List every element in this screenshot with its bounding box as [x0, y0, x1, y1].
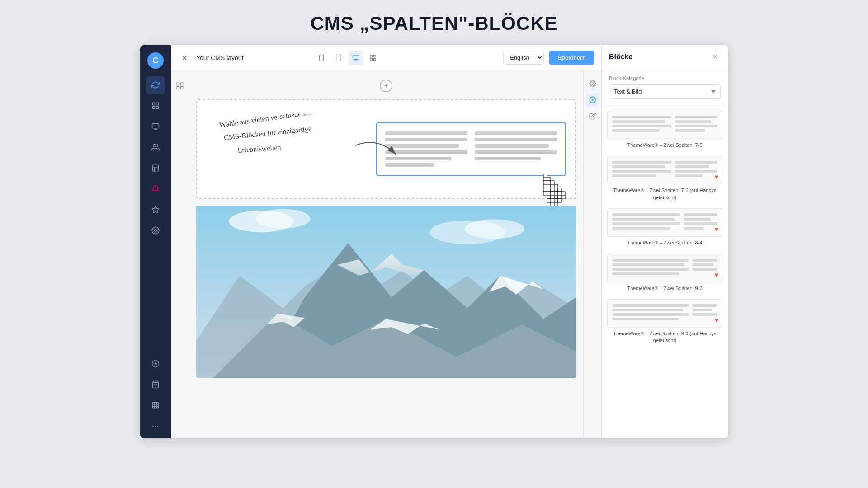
- block-category-section: Block-Kategorie Text & Bild Texte Bilder…: [602, 69, 728, 105]
- device-tablet[interactable]: [331, 51, 346, 65]
- svg-rect-40: [543, 192, 547, 195]
- svg-rect-13: [152, 402, 159, 408]
- add-section-icon[interactable]: [174, 80, 186, 92]
- sidebar-logo[interactable]: C: [147, 52, 164, 69]
- svg-rect-60: [558, 195, 561, 199]
- svg-rect-22: [373, 55, 376, 57]
- device-icons: [314, 51, 380, 65]
- sidebar-item-deploy[interactable]: [146, 201, 165, 219]
- svg-text:Erlebniswelten: Erlebniswelten: [237, 143, 281, 154]
- block-item-9-3-swap[interactable]: ♥ ThemeWare® – Zwei Spalten, 9-3 (auf Ha…: [607, 299, 722, 344]
- svg-rect-47: [551, 181, 554, 184]
- svg-rect-6: [152, 165, 159, 171]
- block-label-9-3: ThemeWare® – Zwei Spalten, 9-3: [607, 285, 722, 292]
- blocks-panel-title: Blöcke: [609, 53, 710, 61]
- sidebar-item-plugins[interactable]: [146, 355, 165, 373]
- blocks-panel-close[interactable]: ×: [710, 52, 721, 62]
- block-item-7-5-swap[interactable]: ♥ ThemeWare® – Zwei Spalten, 7-5 (auf Ha…: [607, 156, 722, 201]
- svg-rect-16: [319, 55, 323, 61]
- page-title: CMS „SPALTEN"-BLÖCKE: [0, 0, 868, 45]
- text-line: [475, 138, 557, 141]
- heart-icon[interactable]: ♥: [715, 271, 718, 278]
- svg-rect-18: [336, 55, 341, 61]
- sidebar-item-users[interactable]: [146, 138, 165, 156]
- sidebar-item-shop[interactable]: [146, 375, 165, 394]
- add-block-top-button[interactable]: [380, 80, 392, 92]
- sidebar-item-blocks[interactable]: [146, 117, 165, 136]
- sidebar-item-settings[interactable]: [146, 221, 165, 239]
- sidebar-more[interactable]: ···: [152, 421, 160, 431]
- language-select[interactable]: English Deutsch: [503, 51, 544, 65]
- blocks-panel-header: Blöcke ×: [602, 45, 728, 69]
- canvas-wrapper: .handwritten { font-family: 'Comic Sans …: [171, 70, 601, 438]
- svg-rect-37: [543, 181, 547, 184]
- block-col-right: [475, 131, 557, 167]
- app-container: C: [140, 45, 728, 438]
- heart-icon[interactable]: ♥: [715, 225, 718, 233]
- svg-rect-58: [558, 188, 561, 192]
- svg-rect-21: [370, 55, 373, 57]
- block-thumbnail-9-3[interactable]: ♥: [607, 254, 722, 282]
- blocks-panel: Blöcke × Block-Kategorie Text & Bild Tex…: [601, 45, 728, 438]
- cursor-pointer: [539, 174, 575, 221]
- sidebar-item-pages[interactable]: [146, 97, 165, 115]
- block-thumbnail-7-5[interactable]: [607, 111, 722, 139]
- sidebar-item-table[interactable]: [146, 396, 165, 414]
- svg-rect-27: [177, 87, 179, 89]
- svg-point-80: [592, 83, 594, 84]
- sidebar-item-sync[interactable]: [146, 76, 165, 94]
- device-grid[interactable]: [366, 51, 380, 65]
- svg-rect-50: [551, 192, 554, 195]
- svg-rect-61: [561, 192, 565, 195]
- svg-rect-62: [561, 195, 565, 199]
- edit-block-icon[interactable]: [586, 109, 599, 123]
- svg-rect-35: [543, 174, 547, 177]
- block-item-8-4[interactable]: ♥ ThemeWare® – Zwei Spalten, 8-4: [607, 208, 722, 246]
- svg-rect-44: [547, 188, 551, 192]
- svg-point-5: [153, 144, 156, 147]
- svg-rect-38: [543, 184, 547, 188]
- svg-rect-51: [551, 195, 554, 199]
- mountain-image-block: [196, 206, 576, 378]
- svg-rect-0: [152, 103, 155, 105]
- text-line: [475, 157, 541, 160]
- block-label-7-5-swap: ThemeWare® – Zwei Spalten, 7-5 (auf Hand…: [607, 187, 722, 201]
- block-category-select[interactable]: Text & Bild Texte Bilder Videos Formular…: [609, 84, 721, 99]
- add-block-icon[interactable]: [586, 93, 599, 107]
- settings-icon[interactable]: [586, 77, 599, 90]
- svg-rect-20: [353, 55, 359, 59]
- sidebar-item-layout[interactable]: [146, 159, 165, 177]
- svg-rect-41: [547, 177, 551, 181]
- svg-rect-55: [554, 192, 558, 195]
- heart-icon[interactable]: ♥: [715, 316, 718, 324]
- svg-marker-7: [152, 206, 159, 213]
- block-thumbnail-9-3-swap[interactable]: ♥: [607, 299, 722, 328]
- block-thumbnail-7-5-swap[interactable]: ♥: [607, 156, 722, 184]
- svg-rect-39: [543, 188, 547, 192]
- canvas-right-bar: [583, 70, 601, 438]
- annotation-overlay: .handwritten { font-family: 'Comic Sans …: [215, 114, 432, 197]
- svg-rect-26: [181, 83, 183, 85]
- svg-rect-25: [177, 83, 179, 85]
- svg-rect-52: [551, 199, 554, 202]
- svg-rect-43: [547, 184, 551, 188]
- svg-rect-54: [554, 188, 558, 192]
- sidebar-item-notifications[interactable]: [146, 180, 165, 198]
- svg-rect-65: [554, 202, 558, 206]
- device-desktop[interactable]: [349, 51, 363, 65]
- svg-rect-48: [551, 184, 554, 188]
- device-mobile[interactable]: [314, 51, 329, 65]
- svg-rect-2: [152, 107, 155, 109]
- block-category-label: Block-Kategorie: [609, 75, 721, 81]
- main-area: Your CMS layout: [171, 45, 601, 438]
- close-button[interactable]: [178, 52, 191, 64]
- block-item-9-3[interactable]: ♥ ThemeWare® – Zwei Spalten, 9-3: [607, 254, 722, 292]
- block-label-7-5: ThemeWare® – Zwei Spalten, 7-5: [607, 142, 722, 149]
- block-thumbnail-8-4[interactable]: ♥: [607, 208, 722, 237]
- svg-rect-56: [554, 195, 558, 199]
- svg-rect-45: [547, 192, 551, 195]
- heart-icon[interactable]: ♥: [715, 173, 718, 180]
- save-button[interactable]: Speichern: [549, 51, 594, 65]
- canvas-main: .handwritten { font-family: 'Comic Sans …: [189, 70, 583, 438]
- block-item-7-5[interactable]: ThemeWare® – Zwei Spalten, 7-5: [607, 111, 722, 149]
